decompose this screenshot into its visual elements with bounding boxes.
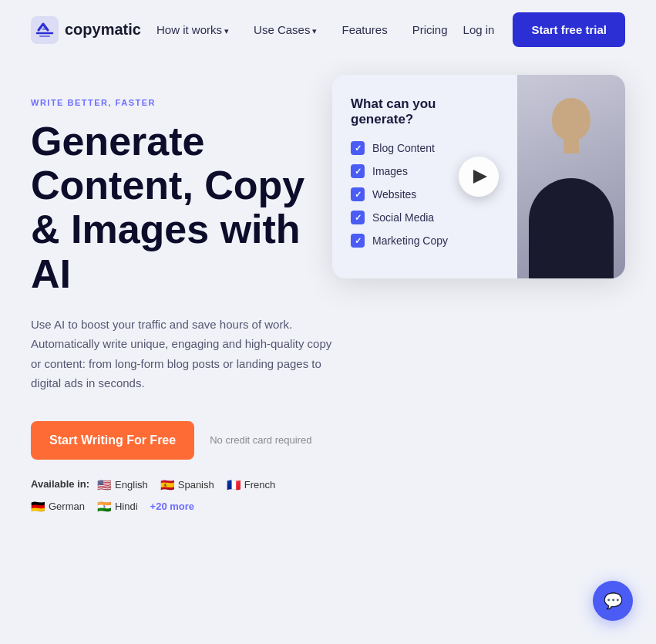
hero-tagline: WRITE BETTER, FASTER [31,98,332,107]
start-trial-button[interactable]: Start free trial [513,12,625,47]
langs-row-2: 🇩🇪 German 🇮🇳 Hindi +20 more [31,500,194,514]
hero-title: Generate Content, Copy & Images with AI [31,120,332,296]
hero-subtitle: Use AI to boost your traffic and save ho… [31,315,332,393]
nav-right: Log in Start free trial [463,12,625,47]
nav-links: How it works Use Cases Features Pricing [156,23,448,36]
logo[interactable]: copymatic [31,16,141,44]
video-question: What can you generate? [351,96,499,127]
available-label: Available in: [31,478,89,490]
checklist-item-4: Marketing Copy [351,234,499,248]
checklist-label-1: Images [372,165,408,177]
check-icon-0 [351,141,365,155]
nav-features[interactable]: Features [341,23,387,36]
hero-left: WRITE BETTER, FASTER Generate Content, C… [31,83,332,514]
check-icon-2 [351,187,365,201]
checklist-label-2: Websites [372,188,416,201]
person-body [529,178,614,278]
lang-english: 🇺🇸 English [97,478,148,492]
checklist-label-3: Social Media [372,211,434,224]
navbar: copymatic How it works Use Cases Feature… [0,0,656,59]
person-neck [563,138,579,153]
checklist-label-4: Marketing Copy [372,234,448,247]
lang-hindi: 🇮🇳 Hindi [97,500,138,514]
check-icon-1 [351,164,365,178]
chat-button[interactable]: 💬 [593,581,633,621]
lang-french: 🇫🇷 French [227,478,275,492]
person-head [552,98,590,140]
hero-section: WRITE BETTER, FASTER Generate Content, C… [0,59,656,545]
check-icon-4 [351,234,365,248]
available-in: Available in: 🇺🇸 English 🇪🇸 Spanish 🇫🇷 F… [31,478,332,514]
hero-cta-row: Start Writing For Free No credit card re… [31,421,332,460]
login-link[interactable]: Log in [463,23,495,36]
person-image [517,75,625,278]
logo-text: copymatic [65,21,141,39]
nav-use-cases[interactable]: Use Cases [254,23,317,36]
play-button[interactable] [459,157,499,197]
checklist-label-0: Blog Content [372,142,435,154]
check-icon-3 [351,211,365,224]
nav-how-it-works[interactable]: How it works [156,23,229,36]
checklist-item-0: Blog Content [351,141,499,155]
logo-icon [31,16,59,44]
chat-icon: 💬 [604,592,623,610]
video-card: What can you generate? Blog Content Imag… [332,75,625,278]
no-credit-text: No credit card required [210,434,311,446]
nav-pricing[interactable]: Pricing [412,23,448,36]
hero-right: What can you generate? Blog Content Imag… [332,75,625,278]
lang-spanish: 🇪🇸 Spanish [160,478,214,492]
more-languages[interactable]: +20 more [150,501,194,512]
video-card-inner: What can you generate? Blog Content Imag… [332,75,625,278]
lang-german: 🇩🇪 German [31,500,85,514]
checklist-item-3: Social Media [351,211,499,224]
langs-row-1: 🇺🇸 English 🇪🇸 Spanish 🇫🇷 French [97,478,275,492]
start-writing-button[interactable]: Start Writing For Free [31,421,194,460]
play-icon [473,170,487,184]
